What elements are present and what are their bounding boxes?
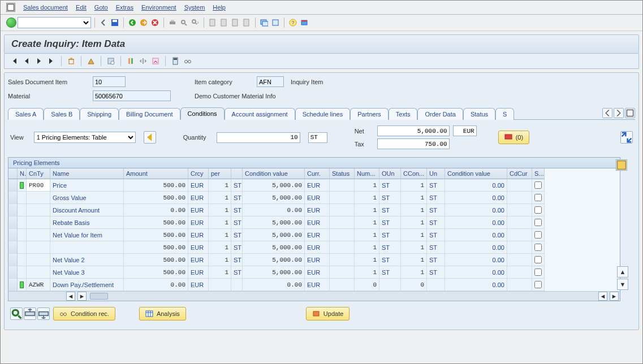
condition-rec-button[interactable]: Condition rec. [53, 307, 115, 320]
row-selector[interactable] [8, 266, 18, 279]
find-icon[interactable] [179, 18, 189, 28]
prev-record-icon[interactable] [21, 56, 32, 66]
grid-hscroll[interactable]: ◄ ► ◄ ► [8, 291, 620, 301]
cb-cell[interactable] [532, 254, 545, 266]
row-checkbox[interactable] [534, 219, 542, 226]
tab-shipping[interactable]: Shipping [80, 108, 119, 120]
menu-extras[interactable]: Extras [116, 4, 133, 11]
tab-status[interactable]: Status [463, 108, 495, 120]
expand-icon[interactable] [620, 131, 633, 144]
calculator-icon[interactable] [170, 56, 180, 66]
grid-scroll-up-icon[interactable]: ▲ [617, 266, 628, 278]
scroll-right2-icon[interactable]: ► [610, 292, 619, 301]
back-icon[interactable] [127, 18, 137, 28]
row-checkbox[interactable] [534, 268, 542, 276]
menu-system[interactable]: System [184, 4, 205, 11]
cancel-icon[interactable] [150, 18, 160, 28]
cb-cell[interactable] [532, 192, 545, 204]
command-field[interactable] [18, 17, 91, 28]
scroll-left2-icon[interactable]: ◄ [598, 292, 607, 301]
first-page-icon[interactable] [208, 18, 218, 28]
view-select[interactable]: 1 Pricing Elements: Table [34, 132, 136, 143]
cb-cell[interactable] [532, 179, 545, 192]
help-icon[interactable]: ? [288, 18, 298, 28]
row-selector[interactable] [8, 254, 18, 266]
tab-account-assignment[interactable]: Account assignment [225, 108, 295, 120]
next-page-icon[interactable] [230, 18, 240, 28]
table-row[interactable]: AZWRDown Pay./Settlement0.00EUR0.00EUR00… [8, 279, 620, 291]
cb-cell[interactable] [532, 216, 545, 229]
table-row[interactable]: Rebate Basis500.00EUR1ST5,000.00EUR1ST1S… [8, 216, 620, 229]
update-button[interactable]: Update [306, 307, 349, 320]
active-conditions-button[interactable]: (0) [498, 131, 529, 144]
tab-list-icon[interactable] [625, 108, 635, 118]
qty-unit-input[interactable] [308, 132, 327, 143]
table-row[interactable]: PR00Price500.00EUR1ST5,000.00EUR1ST1ST0.… [8, 179, 620, 192]
menu-sales-document[interactable]: Sales document [23, 4, 68, 11]
layout-icon[interactable] [299, 18, 309, 28]
scroll-left-icon[interactable]: ◄ [66, 292, 75, 301]
row-checkbox[interactable] [534, 244, 542, 251]
tab-more[interactable]: S [495, 108, 514, 120]
delete-row-icon[interactable] [37, 307, 50, 320]
delete-icon[interactable] [66, 56, 76, 66]
analysis-button[interactable]: Analysis [139, 307, 186, 320]
material-input[interactable] [93, 90, 171, 101]
scroll-thumb[interactable] [90, 293, 108, 300]
tab-schedule-lines[interactable]: Schedule lines [295, 108, 351, 120]
row-selector[interactable] [8, 204, 18, 216]
table-row[interactable]: Discount Amount0.00EUR1ST0.00EUR1ST1ST0.… [8, 204, 620, 216]
row-checkbox[interactable] [534, 194, 542, 201]
scroll-right-icon[interactable]: ► [77, 292, 87, 301]
overview-icon[interactable] [86, 56, 96, 66]
cb-cell[interactable] [532, 204, 545, 216]
menu-edit[interactable]: Edit [76, 4, 87, 11]
detail-icon[interactable] [10, 307, 23, 320]
tab-scroll-left-icon[interactable] [602, 108, 612, 118]
row-checkbox[interactable] [534, 256, 542, 263]
find-next-icon[interactable] [190, 18, 200, 28]
tab-partners[interactable]: Partners [350, 108, 389, 120]
menu-help[interactable]: Help [213, 4, 226, 11]
qty-input[interactable] [217, 132, 300, 143]
exit-icon[interactable] [139, 18, 149, 28]
prev-page-icon[interactable] [219, 18, 229, 28]
grid-scroll-down-icon[interactable]: ▼ [617, 279, 628, 290]
cb-cell[interactable] [532, 279, 545, 291]
row-checkbox[interactable] [534, 206, 542, 214]
print-icon[interactable] [167, 18, 178, 28]
menu-goto[interactable]: Goto [94, 4, 108, 11]
table-row[interactable]: Gross Value500.00EUR1ST5,000.00EUR1ST1ST… [8, 192, 620, 204]
itemcat-input[interactable] [257, 76, 284, 87]
view-back-icon[interactable] [144, 131, 156, 144]
config-icon-2[interactable] [138, 56, 148, 66]
glasses-icon[interactable] [183, 56, 193, 66]
row-selector[interactable] [8, 216, 18, 229]
cb-cell[interactable] [532, 266, 545, 279]
first-record-icon[interactable] [9, 56, 19, 66]
row-selector[interactable] [8, 192, 18, 204]
row-selector[interactable] [8, 179, 18, 192]
row-checkbox[interactable] [534, 231, 542, 239]
tab-billing-document[interactable]: Billing Document [119, 108, 180, 120]
row-checkbox[interactable] [534, 181, 542, 189]
last-page-icon[interactable] [241, 18, 252, 28]
menu-environment[interactable]: Environment [141, 4, 176, 11]
row-selector[interactable] [8, 241, 18, 254]
row-selector[interactable] [8, 279, 18, 291]
enter-icon[interactable] [6, 18, 16, 28]
tab-conditions[interactable]: Conditions [180, 107, 225, 120]
configure-columns-icon[interactable] [616, 159, 627, 171]
menu-collapse-icon[interactable] [98, 18, 109, 28]
last-record-icon[interactable] [46, 56, 57, 66]
tab-texts[interactable]: Texts [389, 108, 418, 120]
insert-row-icon[interactable] [24, 307, 36, 320]
table-row[interactable]: Net Value 3500.00EUR1ST5,000.00EUR1ST1ST… [8, 266, 620, 279]
next-record-icon[interactable] [34, 56, 44, 66]
row-checkbox[interactable] [534, 281, 542, 288]
table-row[interactable]: 500.00EUR1ST5,000.00EUR1ST1ST0.00 [8, 241, 620, 254]
save-icon[interactable] [110, 18, 120, 28]
tab-sales-b[interactable]: Sales B [44, 108, 80, 120]
config-icon-3[interactable] [150, 56, 161, 66]
tab-scroll-right-icon[interactable] [614, 108, 624, 118]
